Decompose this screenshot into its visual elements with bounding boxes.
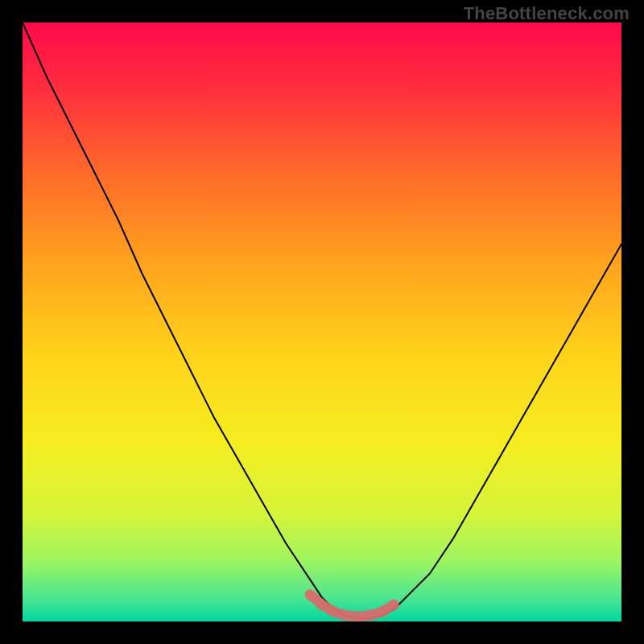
chart-container: TheBottleneck.com — [0, 0, 644, 644]
plot-area — [23, 23, 621, 621]
svg-rect-0 — [23, 23, 621, 621]
chart-svg — [23, 23, 621, 621]
watermark-text: TheBottleneck.com — [464, 3, 630, 24]
